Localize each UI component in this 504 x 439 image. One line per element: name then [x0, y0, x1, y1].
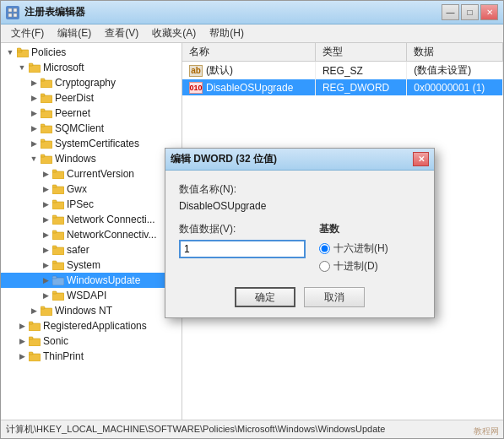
tree-item-gwx[interactable]: ▶ Gwx	[1, 182, 182, 197]
table-row[interactable]: 010 DisableOSUpgrade REG_DWORD 0x0000000…	[182, 79, 503, 95]
folder-systemcerts-icon	[40, 138, 53, 149]
edit-dword-dialog: 编辑 DWORD (32 位值) ✕ 数值名称(N): DisableOSUpg…	[165, 148, 435, 318]
expand-sonic[interactable]: ▶	[16, 335, 28, 347]
folder-cryptography-icon	[40, 77, 53, 89]
folder-windowsnt-icon	[40, 305, 53, 317]
tree-item-windowsupdate[interactable]: ▶ WindowsUpdate	[1, 273, 182, 288]
svg-rect-23	[52, 187, 64, 194]
tree-item-sonic-label: Sonic	[43, 335, 68, 347]
tree-item-microsoft[interactable]: ▼ Microsoft	[1, 60, 182, 75]
tree-item-system[interactable]: ▶ System	[1, 257, 182, 273]
folder-networkconn1-icon	[51, 214, 65, 225]
tree-item-registeredapps[interactable]: ▶ RegisteredApplications	[1, 318, 182, 333]
tree-item-microsoft-label: Microsoft	[43, 62, 84, 73]
dword-icon: 010	[189, 82, 203, 94]
tree-item-systemcerts[interactable]: ▶ SystemCertificates	[1, 136, 182, 151]
tree-item-sonic[interactable]: ▶ Sonic	[1, 333, 182, 349]
svg-rect-31	[52, 247, 64, 255]
svg-rect-18	[41, 139, 45, 142]
dialog-buttons: 确定 取消	[179, 287, 420, 307]
expand-sqmclient[interactable]: ▶	[28, 122, 40, 134]
folder-microsoft-icon	[28, 62, 41, 73]
expand-wsdapi[interactable]: ▶	[40, 290, 51, 301]
tree-item-thinprint[interactable]: ▶ ThinPrint	[1, 349, 182, 364]
expand-networkconn2[interactable]: ▶	[40, 229, 51, 241]
svg-rect-24	[52, 185, 57, 187]
folder-peerdist-icon	[40, 92, 53, 104]
expand-cryptography[interactable]: ▶	[28, 77, 40, 89]
tree-item-safer[interactable]: ▶ safer	[1, 242, 182, 257]
tree-item-peernet[interactable]: ▶ Peernet	[1, 106, 182, 121]
expand-systemcerts[interactable]: ▶	[28, 138, 40, 149]
table-row[interactable]: ab (默认) REG_SZ (数值未设置)	[182, 62, 503, 80]
svg-rect-22	[52, 170, 57, 172]
svg-rect-39	[41, 308, 52, 316]
maximize-button[interactable]: □	[461, 4, 479, 20]
expand-peernet[interactable]: ▶	[28, 107, 40, 119]
dialog-close-button[interactable]: ✕	[413, 152, 429, 166]
hex-radio[interactable]	[319, 243, 330, 254]
expand-currentversion[interactable]: ▶	[40, 168, 51, 180]
svg-rect-17	[41, 141, 52, 149]
tree-item-windows[interactable]: ▼ Windows	[1, 151, 182, 166]
svg-rect-16	[41, 124, 45, 127]
expand-peerdist[interactable]: ▶	[28, 92, 40, 104]
expand-windowsupdate[interactable]: ▶	[40, 274, 51, 286]
expand-thinprint[interactable]: ▶	[16, 350, 28, 362]
tree-item-peerdist-label: PeerDist	[55, 92, 94, 104]
tree-item-wsdapi[interactable]: ▶ WSDAPI	[1, 288, 182, 303]
tree-item-ipsec[interactable]: ▶ IPSec	[1, 197, 182, 212]
svg-rect-44	[29, 337, 33, 339]
menu-edit[interactable]: 编辑(E)	[51, 24, 98, 42]
svg-rect-21	[52, 171, 64, 179]
tree-item-policies[interactable]: ▼ Policies	[1, 45, 182, 60]
tree-item-registeredapps-label: RegisteredApplications	[43, 320, 147, 332]
expand-gwx[interactable]: ▶	[40, 183, 51, 195]
tree-item-cryptography[interactable]: ▶ Cryptography	[1, 75, 182, 90]
tree-item-sqmclient[interactable]: ▶ SQMClient	[1, 121, 182, 136]
cancel-button[interactable]: 取消	[304, 287, 365, 307]
menu-view[interactable]: 查看(V)	[98, 24, 145, 42]
dec-radio-label[interactable]: 十进制(D)	[319, 259, 420, 274]
menu-help[interactable]: 帮助(H)	[203, 24, 251, 42]
svg-rect-33	[52, 263, 64, 270]
expand-microsoft[interactable]: ▼	[16, 62, 28, 73]
svg-rect-46	[29, 352, 33, 355]
menu-favorites[interactable]: 收藏夹(A)	[145, 24, 203, 42]
tree-item-windowsnt[interactable]: ▶ Windows NT	[1, 303, 182, 318]
expand-ipsec[interactable]: ▶	[40, 198, 51, 210]
dialog-content: 数值名称(N): DisableOSUpgrade 数值数据(V): 基数 十六…	[165, 171, 434, 317]
minimize-button[interactable]: —	[442, 4, 459, 20]
menu-file[interactable]: 文件(F)	[4, 24, 51, 42]
window-controls: — □ ✕	[442, 4, 498, 20]
expand-safer[interactable]: ▶	[40, 244, 51, 256]
expand-windows[interactable]: ▼	[28, 153, 40, 165]
confirm-button[interactable]: 确定	[235, 287, 295, 307]
tree-item-policies-label: Policies	[31, 46, 66, 58]
svg-rect-34	[52, 261, 57, 263]
tree-item-networkconn2[interactable]: ▶ NetworkConnectiv...	[1, 227, 182, 242]
tree-item-safer-label: safer	[67, 244, 89, 256]
col-data: 数据	[407, 43, 503, 62]
watermark: 教程网	[474, 425, 499, 437]
field-data-input[interactable]	[179, 240, 306, 258]
svg-rect-32	[52, 246, 57, 248]
svg-rect-45	[29, 354, 41, 361]
tree-item-peerdist[interactable]: ▶ PeerDist	[1, 90, 182, 106]
expand-policies[interactable]: ▼	[4, 46, 16, 58]
expand-networkconn1[interactable]: ▶	[40, 214, 51, 225]
status-bar: 计算机\HKEY_LOCAL_MACHINE\SOFTWARE\Policies…	[1, 420, 503, 438]
close-button[interactable]: ✕	[480, 4, 498, 20]
row-default-type: REG_SZ	[315, 62, 406, 80]
svg-rect-14	[41, 109, 45, 111]
folder-sqmclient-icon	[40, 122, 53, 134]
tree-item-currentversion[interactable]: ▶ CurrentVersion	[1, 166, 182, 182]
expand-registeredapps[interactable]: ▶	[16, 320, 28, 332]
tree-panel[interactable]: ▼ Policies ▼ Microsoft ▶	[1, 43, 182, 420]
dec-radio[interactable]	[319, 261, 330, 272]
hex-radio-label[interactable]: 十六进制(H)	[319, 241, 420, 256]
tree-item-networkconn1-label: Network Connecti...	[67, 214, 155, 225]
tree-item-networkconn1[interactable]: ▶ Network Connecti...	[1, 212, 182, 227]
expand-system[interactable]: ▶	[40, 259, 51, 271]
expand-windowsnt[interactable]: ▶	[28, 305, 40, 317]
